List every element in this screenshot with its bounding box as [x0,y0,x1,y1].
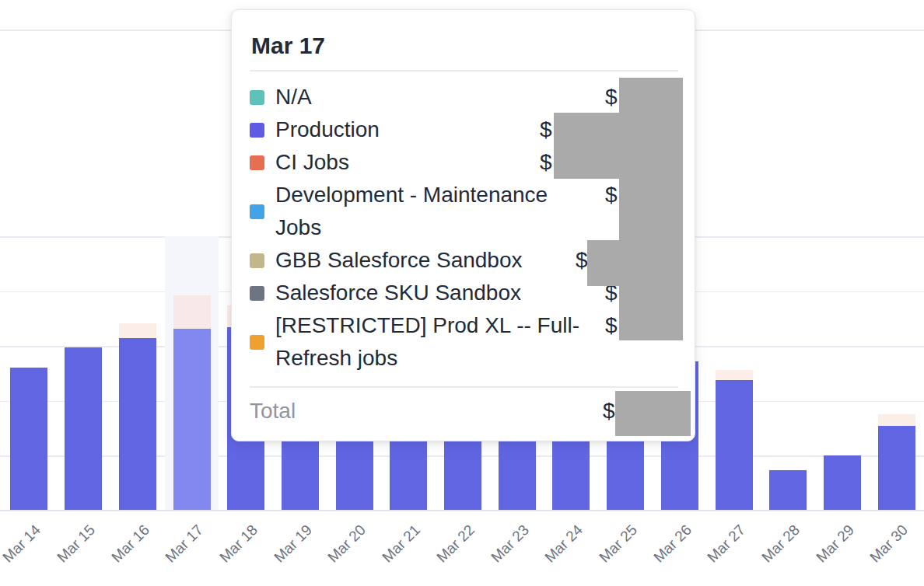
series-color-swatch-icon [250,335,264,350]
bar-segment-ci-jobs [716,370,753,380]
bar-segment-production [878,426,915,511]
tooltip-row-value-prefix: $ [605,179,618,211]
bar-mar-27[interactable] [716,370,753,511]
x-axis-label-mar-27: Mar 27 [705,521,749,566]
chart-tooltip: Mar 17 N/A$Production$CI Jobs$Developmen… [231,9,695,441]
x-axis-label-mar-21: Mar 21 [379,521,423,566]
series-color-swatch-icon [250,253,264,268]
x-axis-label-mar-18: Mar 18 [216,521,261,566]
tooltip-divider [250,386,678,388]
x-axis-label-mar-15: Mar 15 [54,521,98,566]
x-axis-label-mar-31: Mar 31 [921,521,924,566]
tooltip-row-value-prefix: $ [605,81,618,113]
x-axis-label-mar-25: Mar 25 [596,521,640,566]
tooltip-divider [250,70,678,72]
bar-segment-production [769,470,807,511]
x-axis-label-mar-22: Mar 22 [433,521,478,566]
tooltip-total-label: Total [250,395,296,427]
bar-segment-production [65,347,102,511]
bar-segment-ci-jobs [173,295,211,330]
tooltip-title: Mar 17 [251,33,325,59]
redacted-value [615,391,691,436]
bar-mar-16[interactable] [119,323,156,511]
bar-segment-ci-jobs [119,323,156,338]
bar-segment-production [716,380,753,511]
x-axis-label-mar-29: Mar 29 [813,521,857,566]
x-axis-label-mar-20: Mar 20 [325,521,369,566]
series-color-swatch-icon [250,286,264,301]
series-color-swatch-icon [250,155,264,170]
daily-cost-stacked-bar-chart: Mar 14Mar 15Mar 16Mar 17Mar 18Mar 19Mar … [0,0,924,586]
x-axis-line [0,510,924,511]
x-axis-label-mar-26: Mar 26 [650,521,695,566]
x-axis-label-mar-17: Mar 17 [163,521,207,566]
series-color-swatch-icon [250,123,264,138]
x-axis-label-mar-16: Mar 16 [108,521,152,566]
bar-mar-30[interactable] [878,414,915,511]
tooltip-row-value-prefix: $ [540,113,552,146]
series-color-swatch-icon [250,204,264,219]
bar-mar-14[interactable] [10,368,47,511]
redacted-value [619,78,683,340]
bar-segment-production [824,455,861,511]
redacted-value [587,240,619,286]
bar-mar-28[interactable] [769,470,807,511]
tooltip-row-value-prefix: $ [576,244,588,277]
x-axis-label-mar-14: Mar 14 [0,521,44,566]
x-axis-label-mar-19: Mar 19 [271,521,315,566]
x-axis-label-mar-24: Mar 24 [542,521,586,566]
bar-mar-17[interactable] [173,295,211,511]
tooltip-row-value-prefix: $ [605,309,618,342]
x-axis-label-mar-28: Mar 28 [758,521,803,566]
tooltip-total-value-prefix: $ [603,395,615,427]
bar-segment-production [173,329,211,511]
x-axis-label-mar-23: Mar 23 [488,521,532,566]
tooltip-row-value-prefix: $ [540,146,552,179]
bar-segment-production [10,368,47,511]
bar-mar-29[interactable] [824,455,861,511]
bar-segment-ci-jobs [878,414,915,426]
x-axis-label-mar-30: Mar 30 [867,521,912,566]
bar-segment-production [119,338,156,511]
redacted-value [554,113,619,179]
bar-mar-15[interactable] [65,347,102,511]
series-color-swatch-icon [250,90,264,105]
